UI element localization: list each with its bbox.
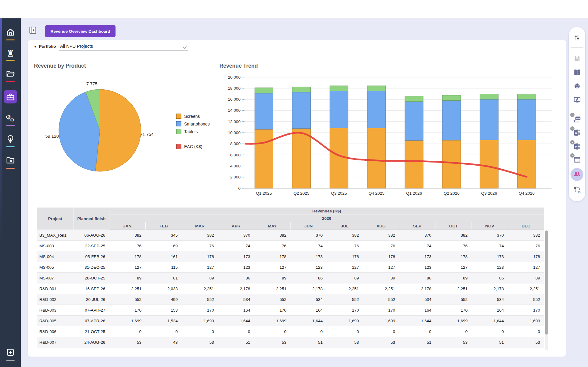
presentation-button[interactable] (571, 95, 582, 106)
table-row[interactable]: R&D-00220-JUL-26552499552534552534552552… (37, 294, 544, 305)
col-header-month[interactable]: JUN (290, 222, 327, 230)
cell-revenue: 53 (327, 337, 363, 348)
col-header-month[interactable]: APR (218, 222, 254, 230)
revenues-table[interactable]: ProjectPlanned finishRevenues (K$)2026JA… (36, 207, 544, 348)
bar-segment-screens[interactable] (518, 140, 536, 188)
cell-revenue: 534 (290, 294, 327, 305)
assistant-button[interactable] (571, 81, 582, 92)
cell-revenue: 552 (327, 294, 363, 305)
bar-segment-tablets[interactable] (442, 95, 461, 100)
revenue-trend-chart[interactable]: 02 0004 0006 0008 00010 00012 00014 0001… (196, 72, 552, 198)
bar-segment-smartphones[interactable] (442, 100, 461, 140)
portfolio-select[interactable]: All NPD Projects (60, 44, 93, 49)
expand-panel-button[interactable] (29, 26, 37, 35)
portfolio-select-underline (59, 51, 188, 51)
revenue-overview-dashboard-button[interactable]: Revenue Overview Dashboard (45, 25, 116, 37)
cell-revenue: 123 (472, 262, 508, 273)
cell-revenue: 552 (254, 294, 290, 305)
sidebar-item-add[interactable] (0, 345, 21, 363)
bar-segment-smartphones[interactable] (480, 99, 498, 140)
chevron-down-icon[interactable] (182, 45, 187, 51)
col-header-month[interactable]: AUG (363, 222, 399, 230)
documentation-button[interactable] (571, 67, 582, 78)
table-row[interactable]: MS-00531-DEC-251271151271231271231271271… (37, 262, 544, 273)
sidebar-item-settings[interactable]: ⚙ ⚙ (0, 111, 21, 129)
col-header-month[interactable]: NOV (472, 222, 508, 230)
bar-segment-screens[interactable] (480, 140, 498, 188)
bar-segment-smartphones[interactable] (255, 93, 273, 129)
table-row[interactable]: R&D-00116-SEP-262,2512,0332,2512,1782,25… (37, 283, 544, 294)
table-row[interactable]: B3_MAX_Rel106-AUG-2638234538237038237038… (37, 230, 544, 241)
table-scrollbar-thumb[interactable] (545, 230, 548, 335)
col-header-project[interactable]: Project (37, 208, 74, 230)
bar-segment-smartphones[interactable] (292, 92, 311, 129)
table-row[interactable]: R&D-00621-OCT-25000000000000 (37, 326, 544, 337)
cell-revenue: 53 (508, 337, 544, 348)
pie-slice-screens[interactable] (95, 89, 141, 171)
bar-segment-tablets[interactable] (518, 94, 536, 99)
portfolio-collapse-caret[interactable]: ▼ (34, 45, 37, 48)
cell-revenue: 0 (508, 326, 544, 337)
sidebar-item-strategy[interactable]: ♜ (0, 46, 21, 64)
bar-segment-screens[interactable] (255, 129, 273, 188)
bar-segment-tablets[interactable] (330, 86, 348, 91)
table-row[interactable]: R&D-00724-AUG-26534853515351535351535153 (37, 337, 544, 348)
col-header-month[interactable]: MAR (182, 222, 218, 230)
bar-segment-smartphones[interactable] (405, 102, 423, 140)
col-header-month[interactable]: OCT (435, 222, 472, 230)
export-pdf-button[interactable]: PDF (571, 114, 582, 125)
col-header-month[interactable]: JAN (109, 222, 146, 230)
cell-revenue: 178 (109, 251, 146, 262)
col-header-month[interactable]: MAY (254, 222, 290, 230)
cell-revenue: 1,534 (146, 316, 182, 326)
strategy-underline (6, 60, 15, 61)
bar-segment-smartphones[interactable] (367, 91, 386, 128)
col-header-month[interactable]: JUL (327, 222, 363, 230)
bar-segment-tablets[interactable] (367, 86, 386, 91)
export-excel-button[interactable]: X (571, 128, 582, 139)
bar-segment-smartphones[interactable] (518, 99, 536, 140)
cell-revenue: 0 (472, 326, 508, 337)
sidebar-item-home[interactable] (0, 25, 21, 43)
cell-revenue: 382 (363, 230, 399, 241)
schedule-button[interactable] (571, 155, 582, 166)
bar-segment-tablets[interactable] (255, 88, 273, 93)
bar-segment-smartphones[interactable] (330, 91, 348, 128)
bar-segment-screens[interactable] (442, 140, 461, 188)
table-row[interactable]: MS-00405-FEB-261781611781731781731781781… (37, 251, 544, 262)
sidebar-item-projects[interactable] (0, 67, 21, 84)
x-tick-label: Q3 2025 (331, 191, 347, 196)
tune-button[interactable] (571, 33, 582, 44)
sidebar-item-starred[interactable] (0, 153, 21, 171)
cell-revenue: 76 (182, 241, 218, 251)
col-header-month[interactable]: FEB (146, 222, 182, 230)
col-header-month[interactable]: DEC (508, 222, 544, 230)
table-row[interactable]: R&D-00307-APR-27170153170164170164170170… (37, 305, 544, 316)
sidebar-item-portfolio-active[interactable] (0, 89, 21, 107)
cell-revenue: 552 (508, 294, 544, 305)
sidebar-item-ideas[interactable] (0, 132, 21, 150)
bar-segment-screens[interactable] (405, 140, 423, 188)
bar-segment-screens[interactable] (367, 128, 386, 188)
y-tick-label: 20 000 (228, 75, 241, 80)
chevron-badge-icon (570, 140, 575, 144)
revenue-by-product-pie[interactable] (57, 87, 143, 174)
revenues-table-wrap: ProjectPlanned finishRevenues (K$)2026JA… (36, 207, 544, 348)
bar-segment-tablets[interactable] (405, 96, 423, 102)
workflow-settings-button[interactable]: ⚙ (571, 185, 582, 196)
table-row[interactable]: R&D-00507-APR-261,6991,5341,6991,6441,69… (37, 316, 544, 326)
col-header-month[interactable]: SEP (399, 222, 435, 230)
bar-segment-tablets[interactable] (292, 87, 311, 92)
bar-segment-screens[interactable] (292, 129, 311, 188)
people-button[interactable] (571, 169, 582, 180)
cell-revenue: 161 (146, 251, 182, 262)
export-ppt-button[interactable]: P (571, 141, 582, 152)
table-row[interactable]: MS-00322-SEP-25766976747674767674767476 (37, 241, 544, 251)
cell-revenue: 0 (363, 326, 399, 337)
svg-text:⚙: ⚙ (578, 190, 581, 194)
table-row[interactable]: MS-00728-OCT-25898189868986898986898689 (37, 273, 544, 283)
col-header-planned-finish[interactable]: Planned finish (74, 208, 109, 230)
bar-segment-tablets[interactable] (480, 94, 498, 99)
save-button[interactable] (571, 53, 582, 64)
cell-revenue: 370 (399, 230, 435, 241)
